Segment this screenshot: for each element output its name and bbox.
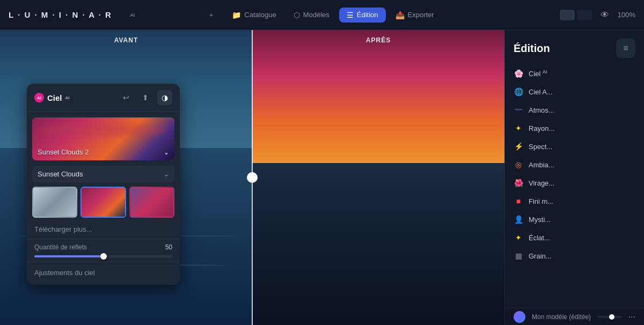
sky-panel-controls: ↩ ⬆ ◑	[119, 90, 172, 105]
nav-item-add[interactable]: ＋	[200, 7, 222, 23]
eye-icon[interactable]: 👁	[601, 10, 609, 20]
quantity-section: Quantité de reflets 50	[27, 239, 180, 262]
ciel-artificiel-icon: 🌐	[514, 87, 523, 97]
tool-name-virage: Virage...	[529, 179, 554, 187]
exporter-label: Exporter	[408, 11, 434, 19]
undo-button[interactable]: ↩	[119, 90, 134, 105]
sky-thumb-2[interactable]	[80, 187, 126, 218]
app-logo: L · U · M · I · N · A · R	[9, 10, 112, 19]
model-menu-button[interactable]: ···	[628, 312, 635, 322]
grain-icon: ▦	[514, 251, 523, 261]
sky-thumb-3[interactable]	[129, 187, 174, 218]
upload-button[interactable]: ⬆	[138, 90, 153, 105]
virage-icon: 🌺	[514, 178, 523, 188]
sky-ai-sup: AI	[65, 95, 70, 100]
sky-adjustments-label: Ajustements du ciel	[34, 269, 95, 277]
quantity-value: 50	[165, 243, 172, 251]
undo-icon: ↩	[123, 93, 129, 102]
filter-icon: ≡	[623, 43, 628, 53]
canvas-area: AVANT APRÈS AI Ciel AI	[0, 30, 504, 325]
top-bar: L · U · M · I · N · A · R AI ＋ 📁 Catalog…	[0, 0, 644, 30]
sky-thumb-1[interactable]	[32, 187, 77, 218]
tool-name-atmosphere: Atmos...	[529, 106, 554, 114]
tool-item-spectre[interactable]: ⚡ Spect...	[505, 137, 644, 156]
sky-preview-large[interactable]: Sunset Clouds 2 ⌄	[32, 117, 174, 160]
modeles-icon: ⬡	[294, 11, 300, 19]
tool-item-ambiance[interactable]: ◎ Ambia...	[505, 156, 644, 174]
split-handle[interactable]	[247, 172, 258, 183]
tool-item-atmosphere[interactable]: 〰 Atmos...	[505, 101, 644, 119]
panels-container: AVANT APRÈS AI Ciel AI	[0, 30, 644, 325]
eclat-icon: ✦	[514, 233, 523, 242]
exporter-icon: 📤	[396, 11, 405, 19]
rayons-icon: ✦	[514, 123, 523, 133]
right-panel: Édition ≡ 🌸 Ciel AI 🌐 Ciel A...	[504, 30, 644, 325]
sky-adjustments[interactable]: Ajustements du ciel	[27, 262, 180, 285]
tool-name-ciel-a: Ciel A...	[529, 88, 553, 96]
nav-items: ＋ 📁 Catalogue ⬡ Modèles ☰ Édition 📤 Expo…	[200, 7, 441, 23]
photo-after	[252, 30, 504, 325]
bottom-bar: Mon modèle (éditée) ···	[505, 308, 644, 325]
atmosphere-icon: 〰	[514, 105, 523, 115]
sky-panel: AI Ciel AI ↩ ⬆	[27, 84, 180, 285]
tool-item-eclat[interactable]: ✦ Éclat...	[505, 228, 644, 247]
sunset-selector[interactable]: Sunset Clouds ⌄	[32, 166, 174, 182]
add-icon: ＋	[208, 10, 215, 20]
tool-item-virage[interactable]: 🌺 Virage...	[505, 174, 644, 192]
panel-header: Édition ≡	[505, 30, 644, 62]
sky-title-text: Ciel	[47, 93, 62, 102]
view-btn-single[interactable]	[577, 10, 592, 20]
nav-item-exporter[interactable]: 📤 Exporter	[388, 8, 442, 23]
toggle-icon: ◑	[162, 93, 168, 102]
edition-icon: ☰	[347, 11, 354, 19]
filter-button[interactable]: ≡	[616, 39, 635, 58]
catalogue-label: Catalogue	[244, 11, 276, 19]
quantity-slider[interactable]	[34, 255, 172, 257]
mystique-icon: 👤	[514, 215, 523, 224]
spectre-icon: ⚡	[514, 142, 523, 151]
timeline-thumb[interactable]	[609, 314, 614, 320]
tool-name-ambiance: Ambia...	[529, 161, 554, 169]
nav-item-catalogue[interactable]: 📁 Catalogue	[224, 8, 283, 23]
view-btn-split[interactable]	[560, 10, 575, 20]
tool-name-mystique: Mysti...	[529, 216, 551, 224]
tool-name-spectre: Spect...	[529, 143, 552, 151]
download-more-button[interactable]: Télécharger plus...	[27, 222, 180, 239]
sky-panel-header: AI Ciel AI ↩ ⬆	[27, 84, 180, 112]
slider-fill	[34, 255, 104, 257]
model-avatar	[514, 311, 525, 323]
model-timeline[interactable]	[597, 316, 622, 318]
ciel-ai-icon: 🌸	[514, 69, 523, 78]
nav-item-edition[interactable]: ☰ Édition	[339, 8, 386, 23]
download-more-label: Télécharger plus...	[34, 225, 92, 233]
tool-item-grain[interactable]: ▦ Grain...	[505, 247, 644, 265]
zoom-display[interactable]: 100%	[618, 11, 635, 19]
model-name: Mon modèle (éditée)	[532, 313, 591, 321]
edition-label: Édition	[357, 11, 378, 19]
tool-name-grain: Grain...	[529, 252, 552, 260]
tools-list: 🌸 Ciel AI 🌐 Ciel A... 〰 Atmos...	[505, 62, 644, 308]
app-container: L · U · M · I · N · A · R AI ＋ 📁 Catalog…	[0, 0, 644, 325]
sunset-chevron-icon: ⌄	[164, 171, 169, 178]
nav-item-modeles[interactable]: ⬡ Modèles	[286, 8, 337, 23]
tool-name-fini: Fini m...	[529, 197, 553, 205]
tool-item-mystique[interactable]: 👤 Mysti...	[505, 210, 644, 228]
slider-thumb[interactable]	[100, 253, 107, 260]
fini-icon: ■	[514, 196, 523, 206]
sky-preview-label: Sunset Clouds 2	[38, 148, 89, 156]
view-toggle	[560, 10, 592, 20]
toggle-button[interactable]: ◑	[157, 90, 172, 105]
tool-item-fini[interactable]: ■ Fini m...	[505, 192, 644, 210]
sunset-selector-label: Sunset Clouds	[38, 170, 83, 178]
before-after-labels: AVANT APRÈS	[0, 36, 504, 44]
sky-ai-icon: AI	[34, 93, 44, 102]
tool-name-ciel-ai: Ciel AI	[529, 69, 547, 78]
sky-panel-title: AI Ciel AI	[34, 93, 70, 102]
ambiance-icon: ◎	[514, 160, 523, 169]
tool-item-ciel-ai[interactable]: 🌸 Ciel AI	[505, 64, 644, 83]
top-right-controls: 👁 100%	[560, 10, 635, 20]
tool-item-ciel-a[interactable]: 🌐 Ciel A...	[505, 83, 644, 101]
before-label: AVANT	[0, 36, 252, 44]
quantity-header: Quantité de reflets 50	[34, 243, 172, 251]
tool-item-rayons[interactable]: ✦ Rayon...	[505, 119, 644, 137]
